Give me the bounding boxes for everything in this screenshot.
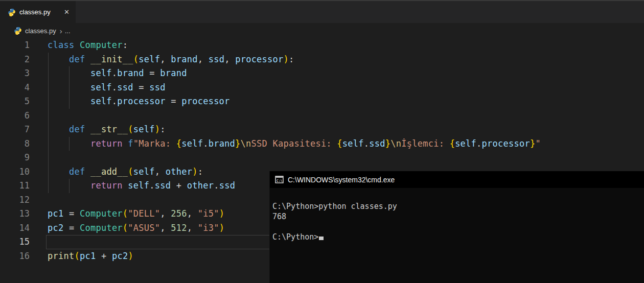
vscode-window: classes.py ✕ classes.py › ... 1234567891… (0, 0, 644, 283)
cmd-output-line: 768 (272, 211, 644, 222)
line-number-gutter: 12345678910111213141516 (0, 38, 30, 263)
close-tab-icon[interactable]: ✕ (63, 8, 71, 16)
breadcrumb-file[interactable]: classes.py (25, 27, 56, 35)
line-number: 9 (0, 151, 30, 165)
code-line[interactable]: return f"Marka: {self.brand}\nSSD Kapasi… (48, 137, 541, 151)
cmd-console[interactable]: C:\Python>python classes.py768C:\Python> (270, 188, 644, 283)
code-line[interactable]: self.ssd = ssd (48, 81, 541, 95)
line-number: 10 (0, 165, 30, 179)
python-icon (8, 8, 16, 16)
code-line[interactable]: self.brand = brand (48, 66, 541, 81)
code-line[interactable] (48, 151, 541, 165)
line-number: 3 (0, 66, 30, 81)
svg-text:C:\: C:\ (277, 179, 283, 183)
line-number: 14 (0, 221, 30, 235)
line-number: 15 (0, 235, 30, 249)
breadcrumb: classes.py › ... (0, 23, 644, 38)
code-line[interactable]: self.processor = processor (48, 95, 541, 109)
line-number: 2 (0, 53, 30, 67)
code-line[interactable]: def __init__(self, brand, ssd, processor… (48, 53, 541, 67)
cmd-output-line: C:\Python> (272, 232, 644, 242)
tab-label: classes.py (19, 8, 51, 16)
line-number: 8 (0, 137, 30, 151)
cmd-title-bar[interactable]: C:\ C:\WINDOWS\system32\cmd.exe (270, 171, 644, 188)
breadcrumb-symbol-more[interactable]: ... (65, 27, 71, 35)
code-line[interactable]: def __str__(self): (48, 123, 541, 137)
line-number: 11 (0, 179, 30, 193)
cmd-cursor (319, 237, 324, 240)
line-number: 13 (0, 207, 30, 221)
line-number: 4 (0, 81, 30, 95)
cmd-prompt-icon: C:\ (275, 175, 284, 184)
code-line[interactable] (48, 109, 541, 123)
cmd-window-title: C:\WINDOWS\system32\cmd.exe (288, 176, 395, 184)
editor-tab-bar: classes.py ✕ (0, 1, 644, 23)
chevron-right-icon: › (60, 27, 62, 35)
cmd-output-line (272, 222, 644, 232)
line-number: 1 (0, 38, 30, 53)
line-number: 12 (0, 193, 30, 207)
tab-classes-py[interactable]: classes.py ✕ (0, 1, 76, 23)
python-icon (14, 27, 22, 35)
line-number: 6 (0, 109, 30, 123)
line-number: 16 (0, 249, 30, 264)
cmd-window: C:\ C:\WINDOWS\system32\cmd.exe C:\Pytho… (269, 171, 644, 283)
line-number: 5 (0, 95, 30, 109)
line-number: 7 (0, 123, 30, 137)
cmd-output-line: C:\Python>python classes.py (272, 201, 644, 211)
code-line[interactable]: class Computer: (48, 38, 541, 53)
